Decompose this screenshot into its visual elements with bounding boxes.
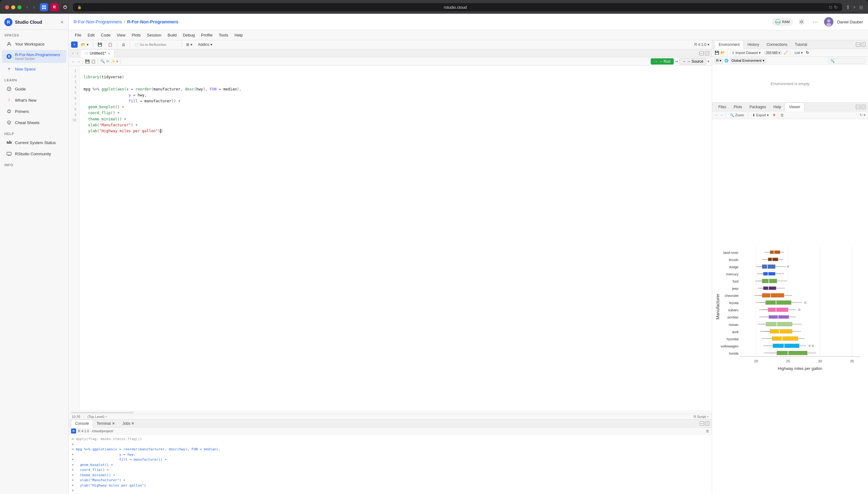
editor-tab-untitled1[interactable]: 📄 Untitled1* ✕ (80, 49, 114, 57)
replace-button[interactable]: ⟳ (106, 59, 110, 64)
open-file-button[interactable]: 📂 ▾ (79, 41, 91, 48)
undo-button[interactable]: ← (71, 59, 75, 64)
r-selector[interactable]: R ▾ (715, 58, 723, 64)
settings-button[interactable] (797, 17, 807, 27)
env-tab-connections[interactable]: Connections (763, 40, 791, 49)
refresh-env-button[interactable]: ↻ (806, 51, 809, 55)
import-dataset-button[interactable]: ⇩ Import Dataset ▾ (730, 50, 763, 56)
env-tab-environment[interactable]: Environment (715, 40, 744, 49)
menu-profile[interactable]: Profile (199, 32, 215, 39)
reader-icon[interactable]: ⊡ (829, 5, 832, 10)
sidebar-item-system-status[interactable]: Current System Status (2, 137, 66, 148)
viewer-refresh-icon[interactable]: ↻ ▾ (860, 113, 866, 117)
addins-button[interactable]: Addins ▾ (196, 41, 214, 48)
files-tab-help[interactable]: Help (770, 103, 785, 111)
files-tab-plots[interactable]: Plots (730, 103, 746, 111)
new-tab-icon[interactable]: + (853, 4, 856, 10)
extension-icon-2[interactable]: R (51, 3, 59, 11)
editor-maximize-button[interactable]: □ (705, 51, 709, 56)
maximize-window-button[interactable] (17, 5, 21, 10)
clear-env-button[interactable]: 🧹 (784, 51, 788, 55)
source-button[interactable]: →→ Source (679, 58, 706, 64)
share-icon[interactable]: ⬆ (846, 4, 850, 10)
sidebar-item-guide[interactable]: ? Guide (2, 83, 66, 94)
sidebar-item-new-space[interactable]: + New Space (2, 64, 66, 74)
horizontal-scrollbar[interactable] (69, 411, 712, 414)
env-search-input[interactable] (828, 58, 866, 64)
env-tab-history[interactable]: History (744, 40, 763, 49)
files-minimize-button[interactable]: — (856, 105, 860, 109)
menu-file[interactable]: File (72, 32, 84, 39)
refresh-icon[interactable]: ↻ (834, 5, 838, 10)
console-minimize-button[interactable]: — (700, 421, 704, 426)
go-to-file-button[interactable]: 📄 (132, 42, 179, 48)
save-env-button[interactable]: 💾 (715, 51, 719, 55)
more-options-button[interactable]: ⋯ (810, 17, 820, 27)
save2-button[interactable]: 💾 (85, 59, 90, 64)
clear-plots-button[interactable]: 🗑 (780, 113, 784, 117)
files-tab-viewer[interactable]: Viewer (785, 102, 804, 111)
sidebar-item-cheat-sheets[interactable]: Cheat Sheets (2, 117, 66, 128)
menu-code[interactable]: Code (98, 32, 113, 39)
code-content[interactable]: library(tidyverse) mpg %>% ggplot(aes(x … (80, 66, 712, 411)
go-to-file-input[interactable] (140, 43, 177, 46)
console-tab-terminal[interactable]: Terminal ✕ (93, 420, 119, 427)
avatar[interactable] (824, 17, 833, 26)
zoom-button[interactable]: 🔍 Zoom (728, 113, 746, 118)
sidebar-item-whats-new[interactable]: ! What's New (2, 95, 66, 106)
sidebar-item-community[interactable]: RStudio Community (2, 149, 66, 159)
extension-icon-1[interactable] (40, 3, 48, 11)
tab-back-button[interactable]: ‹ (71, 51, 75, 56)
new-script-button[interactable]: + (71, 41, 78, 48)
rerun-button[interactable]: ⇒ (675, 59, 678, 64)
minimize-window-button[interactable] (11, 5, 15, 10)
files-maximize-button[interactable]: □ (861, 105, 866, 109)
menu-build[interactable]: Build (165, 32, 179, 39)
delete-plot-button[interactable]: ✕ (773, 113, 776, 117)
sidebar-item-workspace[interactable]: Your Workspace (2, 39, 66, 49)
export-button[interactable]: ⬇ Export ▾ (750, 113, 771, 118)
sidebar-close-button[interactable]: ✕ (60, 20, 64, 25)
global-env-selector[interactable]: Global Environment ▾ (730, 58, 766, 64)
extension-icon-3[interactable] (61, 3, 69, 11)
source-down-button[interactable]: ▾ (708, 59, 709, 64)
editor-minimize-button[interactable]: — (699, 51, 704, 56)
redo-button[interactable]: → (76, 59, 80, 64)
save-all2-button[interactable]: 📋 (91, 59, 96, 64)
menu-tools[interactable]: Tools (216, 32, 231, 39)
run-button[interactable]: →→ Run (651, 58, 673, 64)
tab-close-button[interactable]: ✕ (108, 52, 110, 55)
address-bar[interactable]: 🔒 rstudio.cloud ⊡ ↻ (73, 3, 842, 11)
env-maximize-button[interactable]: □ (861, 42, 866, 47)
console-maximize-button[interactable]: □ (705, 421, 709, 426)
search-button[interactable]: 🔍 (100, 59, 105, 64)
console-content[interactable]: > apply(flag, masks.status.flag()) > > m… (69, 435, 712, 494)
sidebar-item-project[interactable]: R R-For-Non-Programmers Daniel Dauber (2, 50, 66, 63)
menu-help[interactable]: Help (232, 32, 245, 39)
tabs-grid-icon[interactable]: ⊞ (859, 4, 863, 10)
menu-session[interactable]: Session (144, 32, 164, 39)
save-button[interactable]: 💾 (95, 41, 104, 48)
back-plot-button[interactable]: ← (715, 113, 718, 117)
close-window-button[interactable] (5, 5, 9, 10)
print-button[interactable]: 🖨 (119, 41, 128, 48)
menu-edit[interactable]: Edit (85, 32, 97, 39)
forward-plot-button[interactable]: → (719, 113, 723, 117)
files-tab-packages[interactable]: Packages (746, 103, 770, 111)
back-button[interactable]: ‹ (25, 4, 29, 11)
console-tab-jobs[interactable]: Jobs ✕ (119, 420, 138, 427)
code-tools-button[interactable]: ⊞ ▾ (184, 41, 194, 48)
console-clear-button[interactable]: 🗑 (706, 429, 709, 433)
menu-view[interactable]: View (114, 32, 128, 39)
magic-wand-button[interactable]: ✨ ▾ (111, 59, 118, 64)
tab-forward-button[interactable]: › (75, 51, 79, 56)
breadcrumb-parent[interactable]: R-For-Non-Programmers (74, 19, 122, 24)
forward-button[interactable]: › (32, 4, 36, 11)
list-view-button[interactable]: List ▾ (793, 50, 805, 56)
env-tab-tutorial[interactable]: Tutorial (791, 40, 811, 49)
console-tab-console[interactable]: Console (71, 419, 93, 428)
load-env-button[interactable]: 📂 (720, 51, 725, 55)
menu-debug[interactable]: Debug (180, 32, 197, 39)
menu-plots[interactable]: Plots (129, 32, 143, 39)
r-version-badge[interactable]: R 4.1.0 ▾ (694, 42, 709, 47)
